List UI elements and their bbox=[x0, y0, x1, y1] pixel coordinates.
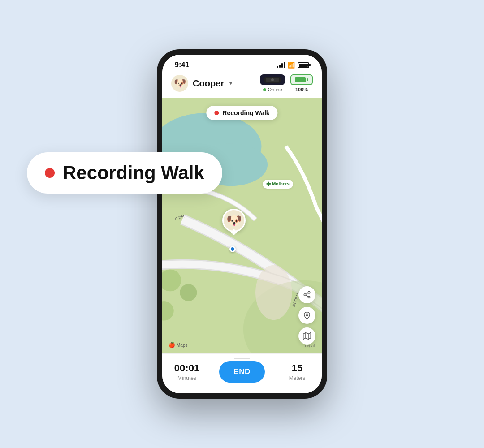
dog-marker: 🐶 bbox=[222, 209, 246, 232]
signal-icon bbox=[277, 62, 285, 68]
pet-name: Cooper bbox=[193, 78, 224, 89]
recording-badge-large: Recording Walk bbox=[27, 152, 222, 194]
svg-point-10 bbox=[304, 294, 306, 296]
distance-stat: 15 Meters bbox=[281, 362, 313, 381]
pet-avatar: 🐶 bbox=[171, 75, 188, 92]
app-header: 🐶 Cooper ▾ bbox=[162, 73, 322, 98]
svg-point-8 bbox=[255, 265, 292, 320]
time-label: Minutes bbox=[171, 375, 203, 381]
battery-display bbox=[290, 74, 313, 85]
recording-dot-map-icon bbox=[214, 111, 219, 115]
distance-label: Meters bbox=[281, 375, 313, 381]
svg-point-5 bbox=[180, 284, 197, 301]
status-bar: 9:41 📶 bbox=[162, 55, 322, 73]
mothers-label-text: Mothers bbox=[272, 181, 290, 186]
battery-card: 100% bbox=[290, 74, 313, 92]
online-status: Online bbox=[263, 87, 282, 92]
recording-pill-map[interactable]: Recording Walk bbox=[206, 106, 277, 120]
share-button[interactable] bbox=[298, 286, 315, 303]
drag-handle bbox=[234, 358, 250, 359]
time-stat: 00:01 Minutes bbox=[171, 362, 203, 381]
svg-line-12 bbox=[306, 295, 308, 297]
device-status-area: Online 100% bbox=[260, 74, 313, 92]
maps-label-text: Maps bbox=[177, 343, 187, 348]
device-icon bbox=[260, 74, 285, 85]
time-value: 00:01 bbox=[171, 362, 203, 374]
map-label-maps: 🍎 Maps bbox=[169, 342, 187, 348]
battery-fill-icon bbox=[295, 77, 306, 82]
scene: Recording Walk 9:41 📶 bbox=[0, 0, 484, 448]
phone-frame: 9:41 📶 🐶 C bbox=[157, 49, 327, 399]
status-icons: 📶 bbox=[277, 62, 309, 69]
battery-tip-icon bbox=[307, 78, 308, 81]
battery-percent: 100% bbox=[295, 87, 308, 92]
svg-marker-15 bbox=[303, 333, 311, 340]
end-button[interactable]: END bbox=[219, 361, 264, 383]
bottom-panel: 00:01 Minutes END 15 Meters bbox=[162, 353, 322, 393]
map-actions bbox=[298, 286, 315, 345]
svg-point-11 bbox=[308, 296, 310, 298]
wifi-icon: 📶 bbox=[288, 62, 295, 69]
map-area: Recording Walk 🐶 ✚ Mothers E DR bbox=[162, 98, 322, 353]
device-card: Online bbox=[260, 74, 285, 92]
recording-dot-icon bbox=[45, 168, 55, 178]
online-dot-icon bbox=[263, 88, 266, 91]
map-label-mothers: ✚ Mothers bbox=[263, 180, 293, 189]
svg-point-14 bbox=[306, 314, 308, 316]
recording-pill-map-text: Recording Walk bbox=[222, 109, 269, 116]
chevron-down-icon: ▾ bbox=[229, 80, 232, 86]
battery-icon bbox=[298, 62, 309, 68]
distance-value: 15 bbox=[281, 362, 313, 374]
online-label: Online bbox=[268, 87, 282, 92]
svg-point-9 bbox=[308, 292, 310, 294]
svg-line-13 bbox=[306, 293, 308, 294]
pet-selector[interactable]: 🐶 Cooper ▾ bbox=[171, 75, 232, 92]
phone-screen: 9:41 📶 🐶 C bbox=[162, 55, 322, 393]
recording-badge-text: Recording Walk bbox=[63, 162, 204, 184]
status-time: 9:41 bbox=[175, 61, 189, 69]
user-location-dot bbox=[229, 246, 236, 252]
map-type-button[interactable] bbox=[298, 327, 315, 345]
location-button[interactable] bbox=[298, 307, 315, 324]
